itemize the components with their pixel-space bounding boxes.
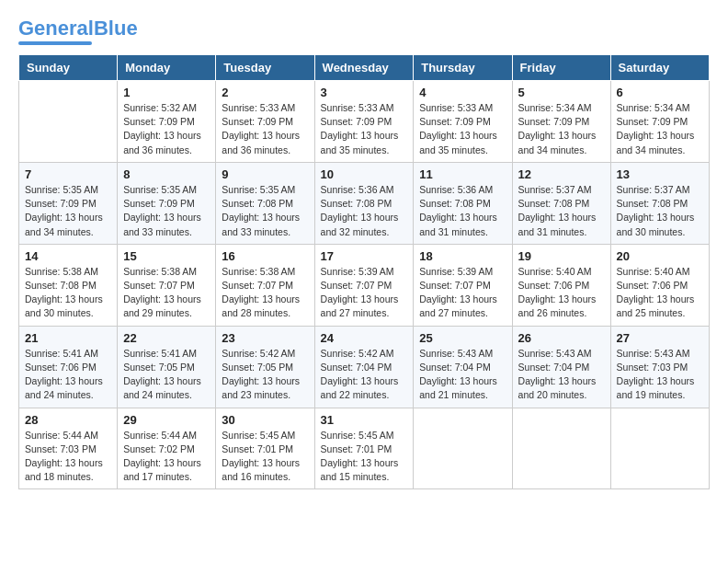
day-number: 26 [518, 331, 605, 345]
day-number: 8 [123, 167, 210, 181]
day-number: 15 [123, 249, 210, 263]
day-cell: 13Sunrise: 5:37 AMSunset: 7:08 PMDayligh… [610, 162, 709, 244]
week-row-4: 21Sunrise: 5:41 AMSunset: 7:06 PMDayligh… [19, 326, 710, 408]
calendar-table: SundayMondayTuesdayWednesdayThursdayFrid… [18, 54, 710, 489]
day-info: Sunrise: 5:38 AMSunset: 7:07 PMDaylight:… [222, 265, 308, 321]
day-cell: 3Sunrise: 5:33 AMSunset: 7:09 PMDaylight… [314, 81, 414, 163]
day-cell [414, 408, 512, 489]
day-info: Sunrise: 5:45 AMSunset: 7:01 PMDaylight:… [222, 429, 308, 485]
day-number: 19 [518, 249, 605, 263]
week-row-5: 28Sunrise: 5:44 AMSunset: 7:03 PMDayligh… [19, 408, 710, 489]
col-header-sunday: Sunday [19, 55, 118, 81]
week-row-3: 14Sunrise: 5:38 AMSunset: 7:08 PMDayligh… [19, 244, 710, 326]
day-number: 7 [25, 167, 111, 181]
day-number: 16 [222, 249, 308, 263]
day-cell [610, 408, 709, 489]
day-cell [512, 408, 610, 489]
day-info: Sunrise: 5:43 AMSunset: 7:03 PMDaylight:… [617, 347, 703, 403]
day-info: Sunrise: 5:35 AMSunset: 7:09 PMDaylight:… [123, 183, 210, 239]
day-number: 9 [222, 167, 308, 181]
day-info: Sunrise: 5:34 AMSunset: 7:09 PMDaylight:… [617, 101, 703, 157]
day-number: 27 [617, 331, 703, 345]
day-number: 23 [222, 331, 308, 345]
day-cell: 24Sunrise: 5:42 AMSunset: 7:04 PMDayligh… [314, 326, 414, 408]
day-info: Sunrise: 5:33 AMSunset: 7:09 PMDaylight:… [321, 101, 408, 157]
day-cell: 6Sunrise: 5:34 AMSunset: 7:09 PMDaylight… [610, 81, 709, 163]
day-cell: 20Sunrise: 5:40 AMSunset: 7:06 PMDayligh… [610, 244, 709, 326]
day-info: Sunrise: 5:43 AMSunset: 7:04 PMDaylight:… [419, 347, 506, 403]
day-info: Sunrise: 5:40 AMSunset: 7:06 PMDaylight:… [518, 265, 605, 321]
logo-bar [18, 41, 92, 45]
day-cell: 22Sunrise: 5:41 AMSunset: 7:05 PMDayligh… [118, 326, 216, 408]
day-info: Sunrise: 5:38 AMSunset: 7:07 PMDaylight:… [123, 265, 210, 321]
day-cell: 19Sunrise: 5:40 AMSunset: 7:06 PMDayligh… [512, 244, 610, 326]
day-info: Sunrise: 5:43 AMSunset: 7:04 PMDaylight:… [518, 347, 605, 403]
day-cell: 2Sunrise: 5:33 AMSunset: 7:09 PMDaylight… [216, 81, 314, 163]
day-cell: 31Sunrise: 5:45 AMSunset: 7:01 PMDayligh… [314, 408, 414, 489]
day-number: 12 [518, 167, 605, 181]
day-number: 22 [123, 331, 210, 345]
day-cell: 27Sunrise: 5:43 AMSunset: 7:03 PMDayligh… [610, 326, 709, 408]
day-number: 24 [321, 331, 408, 345]
day-cell: 26Sunrise: 5:43 AMSunset: 7:04 PMDayligh… [512, 326, 610, 408]
day-info: Sunrise: 5:36 AMSunset: 7:08 PMDaylight:… [419, 183, 506, 239]
week-row-2: 7Sunrise: 5:35 AMSunset: 7:09 PMDaylight… [19, 162, 710, 244]
day-number: 2 [222, 86, 308, 99]
day-number: 21 [25, 331, 111, 345]
day-info: Sunrise: 5:40 AMSunset: 7:06 PMDaylight:… [617, 265, 703, 321]
day-info: Sunrise: 5:35 AMSunset: 7:09 PMDaylight:… [25, 183, 111, 239]
day-number: 29 [123, 413, 210, 427]
day-number: 17 [321, 249, 408, 263]
day-cell: 25Sunrise: 5:43 AMSunset: 7:04 PMDayligh… [414, 326, 512, 408]
logo-blue: Blue [94, 17, 138, 40]
day-cell: 23Sunrise: 5:42 AMSunset: 7:05 PMDayligh… [216, 326, 314, 408]
day-info: Sunrise: 5:44 AMSunset: 7:02 PMDaylight:… [123, 429, 210, 485]
day-cell: 28Sunrise: 5:44 AMSunset: 7:03 PMDayligh… [19, 408, 118, 489]
day-cell: 30Sunrise: 5:45 AMSunset: 7:01 PMDayligh… [216, 408, 314, 489]
day-cell: 5Sunrise: 5:34 AMSunset: 7:09 PMDaylight… [512, 81, 610, 163]
day-cell: 17Sunrise: 5:39 AMSunset: 7:07 PMDayligh… [314, 244, 414, 326]
day-info: Sunrise: 5:44 AMSunset: 7:03 PMDaylight:… [25, 429, 111, 485]
day-info: Sunrise: 5:34 AMSunset: 7:09 PMDaylight:… [518, 101, 605, 157]
day-cell: 1Sunrise: 5:32 AMSunset: 7:09 PMDaylight… [118, 81, 216, 163]
col-header-tuesday: Tuesday [216, 55, 314, 81]
day-cell: 15Sunrise: 5:38 AMSunset: 7:07 PMDayligh… [118, 244, 216, 326]
day-info: Sunrise: 5:45 AMSunset: 7:01 PMDaylight:… [321, 429, 408, 485]
day-info: Sunrise: 5:33 AMSunset: 7:09 PMDaylight:… [222, 101, 308, 157]
col-header-saturday: Saturday [610, 55, 709, 81]
day-cell: 21Sunrise: 5:41 AMSunset: 7:06 PMDayligh… [19, 326, 118, 408]
day-cell [19, 81, 118, 163]
day-number: 14 [25, 249, 111, 263]
day-number: 30 [222, 413, 308, 427]
day-cell: 12Sunrise: 5:37 AMSunset: 7:08 PMDayligh… [512, 162, 610, 244]
day-number: 20 [617, 249, 703, 263]
day-number: 1 [123, 86, 210, 99]
day-number: 28 [25, 413, 111, 427]
day-info: Sunrise: 5:39 AMSunset: 7:07 PMDaylight:… [419, 265, 506, 321]
day-cell: 9Sunrise: 5:35 AMSunset: 7:08 PMDaylight… [216, 162, 314, 244]
logo: GeneralBlue [18, 18, 138, 45]
day-cell: 4Sunrise: 5:33 AMSunset: 7:09 PMDaylight… [414, 81, 512, 163]
day-info: Sunrise: 5:33 AMSunset: 7:09 PMDaylight:… [419, 101, 506, 157]
day-cell: 8Sunrise: 5:35 AMSunset: 7:09 PMDaylight… [118, 162, 216, 244]
day-info: Sunrise: 5:39 AMSunset: 7:07 PMDaylight:… [321, 265, 408, 321]
day-cell: 14Sunrise: 5:38 AMSunset: 7:08 PMDayligh… [19, 244, 118, 326]
page-header: GeneralBlue [18, 18, 710, 45]
week-row-1: 1Sunrise: 5:32 AMSunset: 7:09 PMDaylight… [19, 81, 710, 163]
day-cell: 29Sunrise: 5:44 AMSunset: 7:02 PMDayligh… [118, 408, 216, 489]
day-number: 5 [518, 86, 605, 99]
day-cell: 11Sunrise: 5:36 AMSunset: 7:08 PMDayligh… [414, 162, 512, 244]
day-number: 25 [419, 331, 506, 345]
day-info: Sunrise: 5:37 AMSunset: 7:08 PMDaylight:… [617, 183, 703, 239]
col-header-monday: Monday [118, 55, 216, 81]
day-info: Sunrise: 5:42 AMSunset: 7:05 PMDaylight:… [222, 347, 308, 403]
day-number: 10 [321, 167, 408, 181]
day-number: 4 [419, 86, 506, 99]
day-info: Sunrise: 5:37 AMSunset: 7:08 PMDaylight:… [518, 183, 605, 239]
day-info: Sunrise: 5:41 AMSunset: 7:06 PMDaylight:… [25, 347, 111, 403]
logo-general: General [18, 17, 94, 40]
calendar-header-row: SundayMondayTuesdayWednesdayThursdayFrid… [19, 55, 710, 81]
day-number: 3 [321, 86, 408, 99]
day-cell: 7Sunrise: 5:35 AMSunset: 7:09 PMDaylight… [19, 162, 118, 244]
day-info: Sunrise: 5:42 AMSunset: 7:04 PMDaylight:… [321, 347, 408, 403]
